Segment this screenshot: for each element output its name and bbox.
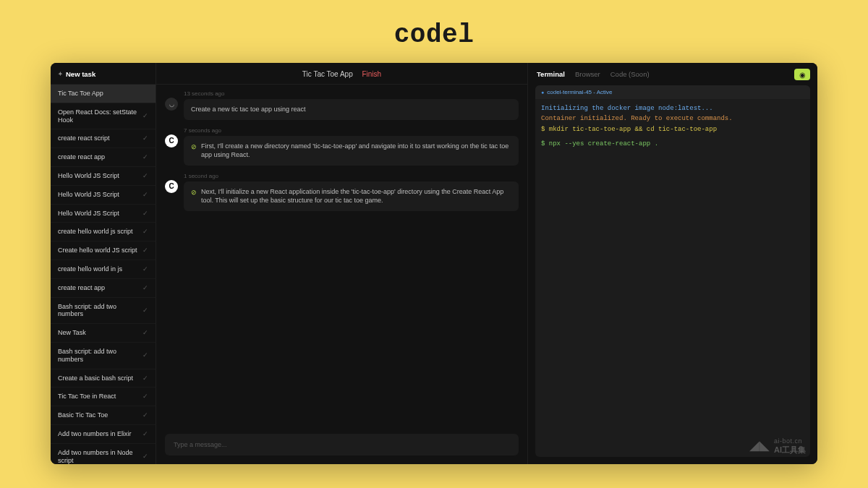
- sidebar-item[interactable]: create hello world in js✓: [51, 260, 156, 278]
- sidebar-item[interactable]: Add two numbers in Elixir✓: [51, 424, 156, 443]
- eye-icon: ◉: [799, 71, 806, 79]
- check-icon: ✓: [142, 430, 148, 438]
- message-timestamp: 7 seconds ago: [184, 127, 519, 134]
- sidebar-item[interactable]: Bash script: add two numbers✓: [51, 342, 156, 369]
- sidebar-item[interactable]: New Task✓: [51, 323, 156, 342]
- sidebar-item[interactable]: Open React Docs: setState Hook✓: [51, 103, 156, 129]
- message-row: C7 seconds ago⊘First, I'll create a new …: [165, 127, 519, 166]
- user-avatar: ◡: [165, 98, 178, 111]
- check-icon: ✓: [142, 210, 148, 218]
- sidebar-item-label: Add two numbers in Elixir: [58, 430, 132, 438]
- new-task-label: New task: [66, 70, 95, 78]
- finish-status: Finish: [362, 70, 381, 78]
- success-icon: ⊘: [191, 188, 197, 197]
- check-icon: ✓: [142, 393, 148, 401]
- check-icon: ✓: [142, 228, 148, 236]
- message-input[interactable]: [174, 441, 510, 448]
- sidebar-item-label: create hello world js script: [58, 228, 133, 236]
- sidebar-item[interactable]: Basic Tic Tac Toe✓: [51, 406, 156, 424]
- chat-title: Tic Tac Toe App: [302, 70, 353, 78]
- check-icon: ✓: [142, 153, 148, 161]
- toggle-preview-button[interactable]: ◉: [794, 69, 810, 80]
- sidebar-item[interactable]: create react app✓: [51, 147, 156, 166]
- sidebar-item-label: create hello world in js: [58, 265, 122, 273]
- sidebar-item-label: Hello World JS Script: [58, 172, 119, 180]
- sidebar: ✦ New task Tic Tac Toe AppOpen React Doc…: [51, 63, 156, 464]
- message-timestamp: 1 second ago: [184, 173, 519, 179]
- watermark-url: ai-bot.cn: [774, 438, 806, 445]
- check-icon: ✓: [142, 411, 148, 419]
- terminal-titlebar: ● codel-terminal-45 - Active: [535, 85, 810, 99]
- terminal-line: Initializing the docker image node:lates…: [541, 103, 804, 114]
- app-window: ✦ New task Tic Tac Toe AppOpen React Doc…: [51, 63, 817, 464]
- terminal-line: Container initialized. Ready to execute …: [541, 114, 804, 124]
- check-icon: ✓: [142, 134, 148, 142]
- message-row: ◡13 seconds agoCreate a new tic tac toe …: [165, 90, 519, 120]
- new-task-button[interactable]: ✦ New task: [51, 63, 156, 84]
- sidebar-item[interactable]: create react script✓: [51, 129, 156, 147]
- check-icon: ✓: [142, 265, 148, 273]
- terminal-title: codel-terminal-45 - Active: [547, 89, 612, 95]
- terminal-output[interactable]: Initializing the docker image node:lates…: [535, 99, 810, 457]
- sidebar-item[interactable]: Bash script: add two numbers✓: [51, 297, 156, 324]
- message-text: First, I'll create a new directory named…: [201, 142, 511, 160]
- sidebar-item[interactable]: Hello World JS Script✓: [51, 204, 156, 223]
- chat-body: ◡13 seconds agoCreate a new tic tac toe …: [156, 85, 527, 428]
- watermark-icon: ◢◣: [749, 439, 770, 453]
- message-text: Create a new tic tac toe app using react: [191, 106, 306, 113]
- sidebar-item[interactable]: Tic Tac Toe in React✓: [51, 387, 156, 406]
- message-text: Next, I'll initialize a new React applic…: [201, 187, 511, 205]
- message-bubble: Create a new tic tac toe app using react: [184, 99, 519, 120]
- sidebar-item-label: New Task: [58, 329, 86, 337]
- sidebar-item[interactable]: Tic Tac Toe App: [51, 84, 156, 103]
- check-icon: ✓: [142, 191, 148, 199]
- sidebar-item-label: create react app: [58, 284, 105, 292]
- sidebar-item-label: Tic Tac Toe in React: [58, 393, 116, 401]
- sparkle-icon: ✦: [58, 71, 63, 77]
- sidebar-item-label: Hello World JS Script: [58, 191, 119, 199]
- sidebar-item[interactable]: Add two numbers in Node script✓: [51, 443, 156, 464]
- tab-code[interactable]: Code (Soon): [610, 70, 650, 78]
- watermark: ◢◣ ai-bot.cn AI工具集: [749, 438, 806, 454]
- check-icon: ✓: [142, 374, 148, 382]
- success-icon: ⊘: [191, 142, 197, 152]
- sidebar-item[interactable]: Hello World JS Script✓: [51, 185, 156, 204]
- tab-terminal[interactable]: Terminal: [537, 70, 565, 78]
- ai-avatar: C: [165, 134, 178, 147]
- chat-header: Tic Tac Toe App Finish: [156, 63, 527, 85]
- sidebar-item-label: Add two numbers in Node script: [58, 449, 142, 464]
- sidebar-item[interactable]: Create a basic bash script✓: [51, 369, 156, 388]
- message-row: C1 second ago⊘Next, I'll initialize a ne…: [165, 173, 519, 211]
- sidebar-item-label: Create hello world JS script: [58, 247, 137, 254]
- sidebar-item-label: Create a basic bash script: [58, 374, 133, 382]
- right-tabs: TerminalBrowserCode (Soon): [528, 63, 817, 82]
- watermark-label: AI工具集: [774, 445, 806, 454]
- chat-input-area[interactable]: [165, 434, 519, 455]
- chat-panel: Tic Tac Toe App Finish ◡13 seconds agoCr…: [156, 63, 528, 464]
- sidebar-item-label: create react script: [58, 134, 110, 142]
- sidebar-item-label: Bash script: add two numbers: [58, 303, 142, 319]
- check-icon: ✓: [142, 172, 148, 180]
- sidebar-item[interactable]: Hello World JS Script✓: [51, 166, 156, 185]
- sidebar-item-label: Open React Docs: setState Hook: [58, 108, 142, 124]
- message-timestamp: 13 seconds ago: [184, 90, 519, 97]
- check-icon: ✓: [142, 247, 148, 254]
- terminal-line: $ mkdir tic-tac-toe-app && cd tic-tac-to…: [541, 124, 804, 134]
- sidebar-item[interactable]: Create hello world JS script✓: [51, 241, 156, 260]
- sidebar-item-label: Tic Tac Toe App: [58, 90, 103, 98]
- sidebar-item[interactable]: create hello world js script✓: [51, 222, 156, 241]
- sidebar-item-label: Hello World JS Script: [58, 210, 119, 218]
- ai-avatar: C: [165, 180, 178, 193]
- sidebar-item-label: create react app: [58, 153, 105, 161]
- check-icon: ✓: [142, 329, 148, 337]
- sidebar-item-label: Basic Tic Tac Toe: [58, 411, 108, 419]
- terminal-status-icon: ●: [541, 90, 544, 95]
- app-logo: codel: [394, 0, 475, 63]
- check-icon: ✓: [142, 284, 148, 292]
- check-icon: ✓: [142, 307, 148, 314]
- message-bubble: ⊘First, I'll create a new directory name…: [184, 136, 519, 166]
- terminal-box: ● codel-terminal-45 - Active Initializin…: [535, 85, 810, 457]
- tab-browser[interactable]: Browser: [575, 70, 600, 78]
- right-panel: TerminalBrowserCode (Soon) ◉ ● codel-ter…: [528, 63, 817, 464]
- sidebar-item[interactable]: create react app✓: [51, 278, 156, 297]
